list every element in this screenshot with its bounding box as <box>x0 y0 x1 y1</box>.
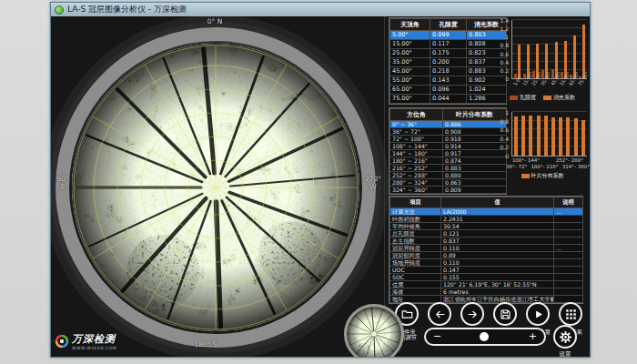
cell <box>554 238 583 245</box>
segmentation-slider[interactable]: − + <box>424 328 546 346</box>
cell: LAI2000 <box>441 208 554 216</box>
table-row[interactable]: 海拔6 metres <box>390 288 583 296</box>
y-tick-label: 1.4 <box>497 17 509 24</box>
cell: 冠层郁闭度 <box>390 252 441 259</box>
chart-legend: 孔隙度消光系数 <box>497 94 588 102</box>
table-row[interactable]: 15.00°0.1170.808 <box>390 40 507 49</box>
bar <box>544 116 548 156</box>
cell: 叶面积指数 <box>390 216 441 223</box>
table-row[interactable]: 36° ~ 72°0.908 <box>390 128 507 136</box>
cell: 30.54 <box>441 223 554 230</box>
table-row[interactable]: 180° ~ 216°0.874 <box>390 157 507 165</box>
compass-north-label: 0° N <box>195 17 235 25</box>
table-row[interactable]: SOC0.155 <box>390 274 583 281</box>
y-tick-label: 0.8 <box>497 118 509 125</box>
table-row[interactable]: 144° ~ 180°0.917 <box>390 150 507 157</box>
table-row[interactable]: 252° ~ 288°0.880 <box>390 172 507 179</box>
cell: 0.044 <box>430 95 467 104</box>
table-row[interactable]: 5.00°0.0990.803 <box>390 31 507 40</box>
table-row[interactable]: 丛生指数0.837 <box>390 238 583 245</box>
bar <box>537 116 541 156</box>
table-row[interactable]: 288° ~ 324°0.863 <box>390 179 507 187</box>
y-tick-label: 1 <box>497 34 509 40</box>
y-tick-label: 1 <box>497 109 509 116</box>
cell: 0.099 <box>430 31 467 40</box>
table-row[interactable]: 叶面积指数2.2431 <box>390 216 583 223</box>
y-tick-label: 0.2 <box>497 67 509 74</box>
bar <box>551 117 555 156</box>
titlebar: LA-S 冠层图像分析仪 - 万深检测 <box>51 3 590 16</box>
cell: 0.110 <box>441 245 554 252</box>
table-row[interactable]: 平均叶倾角30.54 <box>390 223 583 230</box>
y-tick-label: 0.8 <box>497 42 509 48</box>
table-row[interactable]: 45.00°0.2180.883 <box>390 67 507 76</box>
table-row[interactable]: 65.00°0.0961.024 <box>390 86 507 95</box>
table-row[interactable]: 55.00°0.1430.902 <box>390 76 507 86</box>
table-row[interactable]: 72° ~ 108°0.918 <box>390 136 507 143</box>
app-window: LA-S 冠层图像分析仪 - 万深检测 <box>50 2 591 358</box>
compass-east-label: 90°E <box>53 175 73 191</box>
table-row[interactable]: 75.00°0.0441.286 <box>390 95 507 104</box>
table-row[interactable]: 108° ~ 144°0.914 <box>390 143 507 150</box>
table-row[interactable]: 25.00°0.1750.823 <box>390 49 507 58</box>
table-row[interactable]: 位置120° 21' 6.19"E, 30° 16' 52.55"N <box>390 281 583 288</box>
porosity-extinction-chart: 00.20.40.60.811.21.45.00°15.00°25.00°35.… <box>497 17 588 106</box>
cell: 252° ~ 288° <box>390 172 443 179</box>
table-row[interactable]: 0° ~ 36°0.886 <box>390 121 507 128</box>
slider-plus-button[interactable]: + <box>529 332 537 341</box>
cell: 0.155 <box>441 274 554 281</box>
cell: 0° ~ 36° <box>390 121 443 128</box>
cell <box>554 259 583 267</box>
bar <box>514 116 518 156</box>
brand-name: 万深检测 <box>72 332 116 346</box>
cell: 25.00° <box>390 49 430 58</box>
table-row[interactable]: 总孔隙度0.121 <box>390 230 583 238</box>
y-tick-label: 0.6 <box>497 126 509 133</box>
table-row[interactable]: 冠层郁闭度0.89 <box>390 252 583 259</box>
cell: 5.00° <box>390 31 430 40</box>
logo-mark-icon <box>55 334 69 349</box>
legend-item: 消光系数 <box>543 94 575 102</box>
slider-knob[interactable] <box>480 332 489 341</box>
table-row[interactable]: 计算方法LAI2000… <box>390 208 583 216</box>
cell: 0.147 <box>441 267 554 274</box>
column-header: 天顶角 <box>390 19 430 31</box>
brand-logo: 万深检测 WWW.WSEEN.COM <box>55 332 116 350</box>
table-row[interactable]: 冠层开阔度0.110… <box>390 245 583 252</box>
preview-thumbnail[interactable] <box>344 304 404 357</box>
settings-button[interactable] <box>553 325 577 349</box>
y-tick-label: 0.6 <box>497 51 509 57</box>
cell: SOC <box>390 274 441 281</box>
chart-plot <box>511 112 587 157</box>
slider-minus-button[interactable]: − <box>433 332 441 341</box>
bar <box>529 116 532 156</box>
cell: 72° ~ 108° <box>390 136 443 143</box>
table-row[interactable]: 35.00°0.2000.837 <box>390 58 507 67</box>
cell: 0.89 <box>441 252 554 259</box>
save-icon <box>493 302 517 326</box>
column-header: 孔隙度 <box>430 19 467 31</box>
cell: 35.00° <box>390 58 430 67</box>
bars <box>512 112 587 156</box>
azimuth-table: 方位角叶片分布系数0° ~ 36°0.88636° ~ 72°0.90872° … <box>389 107 507 195</box>
cell: … <box>554 245 583 252</box>
table-row[interactable]: 216° ~ 252°0.883 <box>390 165 507 172</box>
cell <box>554 252 583 259</box>
table-row[interactable]: UOC0.147 <box>390 267 583 274</box>
cell: 2.2431 <box>441 216 554 223</box>
cell: 120° 21' 6.19"E, 30° 16' 52.55"N <box>441 281 554 288</box>
column-header: 方位角 <box>390 109 443 121</box>
cell: 108° ~ 144° <box>390 143 443 150</box>
cell: 75.00° <box>390 95 430 104</box>
bar-group <box>566 117 570 156</box>
cell <box>554 274 583 281</box>
compass-west-label: 270°W <box>362 175 384 191</box>
y-tick-label: 0 <box>497 76 509 82</box>
table-row[interactable]: 324° ~ 360°0.809 <box>390 187 507 194</box>
table-row[interactable]: 场地开阔度0.110 <box>390 259 583 267</box>
y-tick-label: 1.2 <box>497 25 509 32</box>
cell: 65.00° <box>390 86 430 95</box>
bar-group <box>551 117 555 156</box>
cell: 0.837 <box>441 238 554 245</box>
cell: 324° ~ 360° <box>390 187 443 194</box>
